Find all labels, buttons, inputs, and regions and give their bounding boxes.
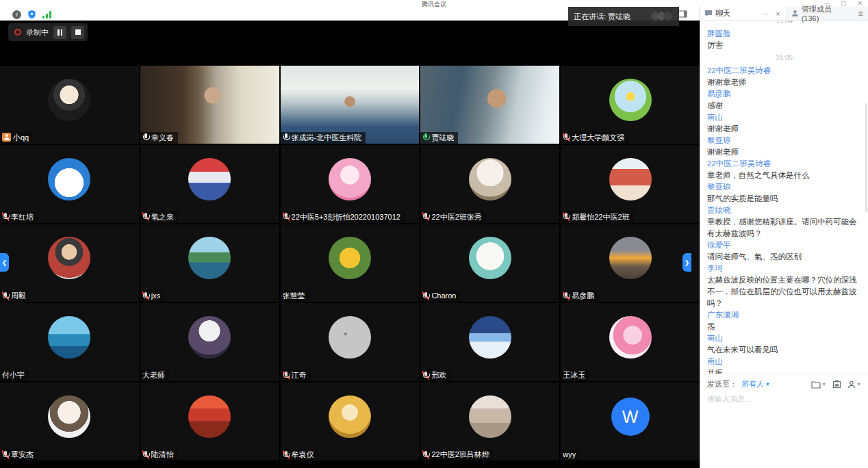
participant-name: 22中医2班吕林烨 bbox=[431, 450, 489, 459]
participant-tile[interactable]: 付小宇 bbox=[0, 303, 139, 381]
participant-tile[interactable]: Charon bbox=[420, 224, 559, 302]
participant-tile[interactable]: 易彦鹏 bbox=[561, 224, 700, 302]
participant-name: 张成岗-北中医生科院 bbox=[292, 133, 362, 142]
recording-label: 录制中 bbox=[26, 27, 49, 38]
participant-tile[interactable]: 大老师 bbox=[140, 303, 279, 381]
message-sender: 徐爱平 bbox=[707, 239, 861, 251]
message-text: 感谢 bbox=[707, 100, 861, 112]
participant-tile[interactable]: 郑馨怡22中医2班 bbox=[561, 145, 700, 223]
participant-media bbox=[329, 395, 371, 438]
tab-manage-members[interactable]: 管理成员(136) bbox=[787, 7, 853, 20]
participant-media bbox=[469, 395, 511, 438]
participant-name: 易彦鹏 bbox=[572, 291, 594, 300]
participant-nameplate: 周毅 bbox=[0, 290, 30, 302]
participant-name: 邢欢 bbox=[431, 370, 446, 380]
participant-nameplate: 大理大学颜文强 bbox=[561, 132, 628, 144]
layout-icon[interactable] bbox=[678, 10, 687, 18]
participant-media bbox=[48, 79, 90, 121]
stop-recording-button[interactable] bbox=[71, 26, 84, 39]
member-select-icon[interactable]: ▼ bbox=[847, 380, 861, 389]
chat-bubble-icon bbox=[704, 10, 713, 17]
message-sender: 南山 bbox=[707, 356, 861, 367]
chat-history-folder-icon[interactable]: ▼ bbox=[811, 380, 826, 389]
participant-tile[interactable]: 张成岗-北中医生科院 bbox=[281, 66, 420, 144]
participant-tile[interactable]: 小qq bbox=[0, 66, 139, 144]
participant-media bbox=[48, 316, 90, 359]
participant-nameplate: 李红培 bbox=[0, 211, 38, 223]
chat-scrollbar[interactable] bbox=[865, 103, 867, 212]
chat-message-input[interactable] bbox=[707, 395, 861, 403]
next-page-button[interactable]: ❯ bbox=[682, 253, 691, 272]
participant-nameplate: 郑馨怡22中医2班 bbox=[561, 211, 633, 223]
participant-tile[interactable]: 章义春 bbox=[140, 66, 279, 144]
message-text: 共振 bbox=[707, 367, 861, 374]
message-tools: ▼ ▼ bbox=[811, 380, 861, 389]
participant-nameplate: 22中医2班张秀 bbox=[420, 211, 485, 223]
participant-nameplate: 22中医2班吕林烨 bbox=[420, 449, 493, 460]
mic-status-icon bbox=[142, 291, 149, 300]
participant-tile[interactable]: 周毅 bbox=[0, 224, 139, 302]
participant-name: 牟袁仪 bbox=[292, 450, 314, 459]
participant-nameplate: 付小宇 bbox=[0, 369, 29, 381]
participant-tile[interactable]: 张慧莹 bbox=[281, 224, 420, 302]
message-text: 谢谢章老师 bbox=[707, 77, 861, 88]
participant-tile[interactable]: jxs bbox=[140, 224, 279, 302]
chat-message: 易彦鹏 感谢 bbox=[707, 88, 861, 112]
maximize-button[interactable]: ▢ bbox=[841, 0, 847, 8]
participant-tile[interactable]: 氢之泉 bbox=[140, 145, 279, 223]
participant-tile[interactable]: 牟袁仪 bbox=[281, 382, 420, 460]
participant-media bbox=[609, 158, 652, 200]
tab-chat[interactable]: 聊天 ··· × bbox=[700, 7, 787, 20]
video-area: 录制中 小qq 章义春 张成 bbox=[0, 21, 700, 468]
participant-tile[interactable]: 22中医2班吕林烨 bbox=[420, 382, 559, 460]
screenshot-icon[interactable] bbox=[832, 380, 841, 389]
participant-media bbox=[609, 316, 652, 359]
participant-name: 付小宇 bbox=[2, 370, 25, 380]
participant-nameplate: 牟袁仪 bbox=[281, 449, 318, 460]
participant-tile[interactable]: 王冰玉 bbox=[561, 303, 700, 381]
participant-nameplate: 陆清怡 bbox=[140, 449, 178, 460]
pause-recording-button[interactable] bbox=[53, 26, 66, 39]
chat-message-list[interactable]: 15:04 胖圆脸 厉害 15:05 22中医二班吴诗睿 谢谢章老师 bbox=[700, 21, 868, 374]
participant-nameplate: 氢之泉 bbox=[140, 211, 178, 223]
participant-tile[interactable]: 贾竑晓 bbox=[420, 66, 559, 144]
chat-more-button[interactable]: ··· bbox=[759, 10, 771, 18]
info-icon[interactable]: i bbox=[12, 10, 21, 19]
participant-tile[interactable]: 陆清怡 bbox=[140, 382, 279, 460]
participant-tile[interactable]: 22中医2班张秀 bbox=[420, 145, 559, 223]
participant-media bbox=[188, 158, 231, 200]
minimize-button[interactable]: — bbox=[824, 0, 830, 8]
mic-status-icon bbox=[422, 371, 429, 380]
meeting-status-icons: i bbox=[12, 10, 51, 19]
participant-nameplate: 易彦鹏 bbox=[561, 290, 598, 302]
mic-status-icon bbox=[422, 212, 429, 221]
participant-tile[interactable]: 李红培 bbox=[0, 145, 139, 223]
participant-tile[interactable]: 邢欢 bbox=[420, 303, 559, 381]
participant-media bbox=[469, 237, 511, 279]
participant-tile[interactable]: 江奇 bbox=[281, 303, 420, 381]
close-button[interactable]: ✕ bbox=[857, 0, 863, 8]
chat-close-button[interactable]: × bbox=[774, 10, 782, 18]
participant-tile[interactable]: 大理大学颜文强 bbox=[561, 66, 700, 144]
participant-tile[interactable]: W wyy bbox=[561, 382, 700, 460]
previous-page-button[interactable]: ❮ bbox=[0, 253, 9, 272]
message-sender: 南山 bbox=[707, 112, 861, 123]
message-text: 章教授，感谢您精彩讲座。请问中药可能会有太赫兹波吗？ bbox=[707, 216, 861, 239]
message-text: 炁 bbox=[707, 321, 861, 333]
participant-tile[interactable]: 覃安杰 bbox=[0, 382, 139, 460]
chat-message: 15:04 bbox=[707, 21, 861, 27]
chat-panel: 聊天 ··· × 管理成员(136) ≡ 15:04 胖圆脸 bbox=[700, 7, 868, 468]
shield-icon[interactable] bbox=[27, 10, 36, 19]
mic-status-icon bbox=[142, 133, 149, 142]
mic-status-icon bbox=[283, 212, 290, 221]
send-to-selector[interactable]: 所有人 ▼ bbox=[741, 379, 770, 389]
chat-message: 22中医二班吴诗睿 谢谢章老师 bbox=[707, 65, 861, 88]
participant-tile[interactable]: 22中医5+3彭忻怡202201037012 bbox=[281, 145, 420, 223]
message-text: 请问老师气、氣、炁的区别 bbox=[707, 251, 861, 263]
mic-status-icon bbox=[563, 212, 570, 221]
mic-status-icon bbox=[283, 450, 290, 459]
signal-icon[interactable] bbox=[42, 11, 51, 18]
app-window: 腾讯会议 — ▢ ✕ i 录制中 bbox=[0, 0, 868, 468]
mic-status-icon bbox=[2, 133, 11, 142]
panel-menu-button[interactable]: ≡ bbox=[853, 7, 868, 20]
